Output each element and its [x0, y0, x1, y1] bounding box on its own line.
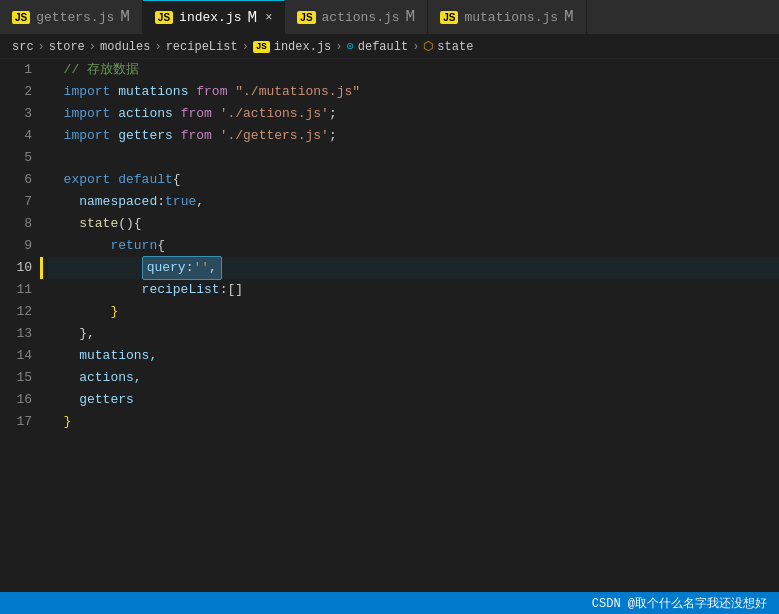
code-line-2: import mutations from "./mutations.js" — [48, 81, 779, 103]
kw-import-2: import — [48, 81, 118, 103]
code-line-17: } — [48, 411, 779, 433]
code-line-4: import getters from './getters.js'; — [48, 125, 779, 147]
kw-import-3: import — [48, 103, 118, 125]
breadcrumb-func-icon: ⬡ — [423, 39, 433, 54]
status-text: CSDN @取个什么名字我还没想好 — [592, 595, 767, 612]
kw-export: export — [48, 169, 118, 191]
breadcrumb-symbol-icon: ⊙ — [347, 39, 354, 54]
code-comment: // 存放数据 — [48, 59, 139, 81]
ln-5: 5 — [8, 147, 32, 169]
tab-bar: JS getters.js M JS index.js M × JS actio… — [0, 0, 779, 35]
breadcrumb-sep4: › — [242, 40, 249, 54]
ln-8: 8 — [8, 213, 32, 235]
code-line-13: }, — [48, 323, 779, 345]
breadcrumb: src › store › modules › recipeList › JS … — [0, 35, 779, 59]
ln-10: 10 — [8, 257, 32, 279]
breadcrumb-sep1: › — [38, 40, 45, 54]
status-bar: CSDN @取个什么名字我还没想好 — [0, 592, 779, 614]
js-icon-mutations: JS — [440, 11, 458, 24]
line-numbers: 1 2 3 4 5 6 7 8 9 10 11 12 13 14 15 16 1… — [0, 59, 40, 592]
code-line-9: return{ — [48, 235, 779, 257]
breadcrumb-sep3: › — [154, 40, 161, 54]
code-container: 1 2 3 4 5 6 7 8 9 10 11 12 13 14 15 16 1… — [0, 59, 779, 592]
js-icon-getters: JS — [12, 11, 30, 24]
ln-7: 7 — [8, 191, 32, 213]
ln-1: 1 — [8, 59, 32, 81]
tab-actions[interactable]: JS actions.js M — [285, 0, 428, 34]
ref-getters: getters — [48, 389, 134, 411]
ln-4: 4 — [8, 125, 32, 147]
code-line-3: import actions from './actions.js'; — [48, 103, 779, 125]
breadcrumb-sep6: › — [412, 40, 419, 54]
code-line-14: mutations, — [48, 345, 779, 367]
code-line-6: export default{ — [48, 169, 779, 191]
tab-mutations-modified: M — [564, 9, 574, 25]
tab-getters-modified: M — [120, 9, 130, 25]
ln-6: 6 — [8, 169, 32, 191]
breadcrumb-src: src — [12, 40, 34, 54]
code-line-1: // 存放数据 — [48, 59, 779, 81]
ln-12: 12 — [8, 301, 32, 323]
breadcrumb-modules: modules — [100, 40, 150, 54]
tab-getters[interactable]: JS getters.js M — [0, 0, 143, 34]
code-line-12: } — [48, 301, 779, 323]
tab-actions-modified: M — [406, 9, 416, 25]
close-state-fn: }, — [48, 323, 95, 345]
tab-index-close[interactable]: × — [265, 11, 272, 25]
kw-return: return — [48, 235, 157, 257]
breadcrumb-indexjs: index.js — [274, 40, 332, 54]
ln-13: 13 — [8, 323, 32, 345]
val-true: true — [165, 191, 196, 213]
kw-default: default — [118, 169, 173, 191]
breadcrumb-sep5: › — [335, 40, 342, 54]
close-inner-brace: } — [48, 301, 118, 323]
final-close-brace: } — [48, 411, 71, 433]
code-line-5 — [48, 147, 779, 169]
code-line-7: namespaced:true, — [48, 191, 779, 213]
code-line-8: state(){ — [48, 213, 779, 235]
ln-2: 2 — [8, 81, 32, 103]
tab-mutations-label: mutations.js — [464, 10, 558, 25]
breadcrumb-state: state — [437, 40, 473, 54]
js-icon-actions: JS — [297, 11, 315, 24]
code-line-10-pre — [48, 257, 142, 279]
prop-recipeList: recipeList — [48, 279, 220, 301]
breadcrumb-recipeList: recipeList — [166, 40, 238, 54]
ln-15: 15 — [8, 367, 32, 389]
code-line-11: recipeList:[] — [48, 279, 779, 301]
tab-actions-label: actions.js — [322, 10, 400, 25]
ln-16: 16 — [8, 389, 32, 411]
prop-namespaced: namespaced — [48, 191, 157, 213]
tab-mutations[interactable]: JS mutations.js M — [428, 0, 586, 34]
ref-mutations: mutations, — [48, 345, 157, 367]
tab-index[interactable]: JS index.js M × — [143, 0, 285, 34]
fn-state: state — [48, 213, 118, 235]
ln-9: 9 — [8, 235, 32, 257]
breadcrumb-sep2: › — [89, 40, 96, 54]
kw-import-4: import — [48, 125, 118, 147]
code-content[interactable]: // 存放数据 import mutations from "./mutatio… — [40, 59, 779, 592]
breadcrumb-js-badge: JS — [253, 41, 270, 53]
tab-index-label: index.js — [179, 10, 241, 25]
code-line-16: getters — [48, 389, 779, 411]
js-icon-index: JS — [155, 11, 173, 24]
breadcrumb-store: store — [49, 40, 85, 54]
tab-getters-label: getters.js — [36, 10, 114, 25]
code-line-10: query:'', — [48, 257, 779, 279]
ln-17: 17 — [8, 411, 32, 433]
tab-index-modified: M — [248, 10, 258, 26]
ref-actions: actions, — [48, 367, 142, 389]
breadcrumb-default: default — [358, 40, 408, 54]
ln-11: 11 — [8, 279, 32, 301]
ln-14: 14 — [8, 345, 32, 367]
code-line-15: actions, — [48, 367, 779, 389]
tooltip-highlight: query:'', — [142, 256, 222, 280]
ln-3: 3 — [8, 103, 32, 125]
